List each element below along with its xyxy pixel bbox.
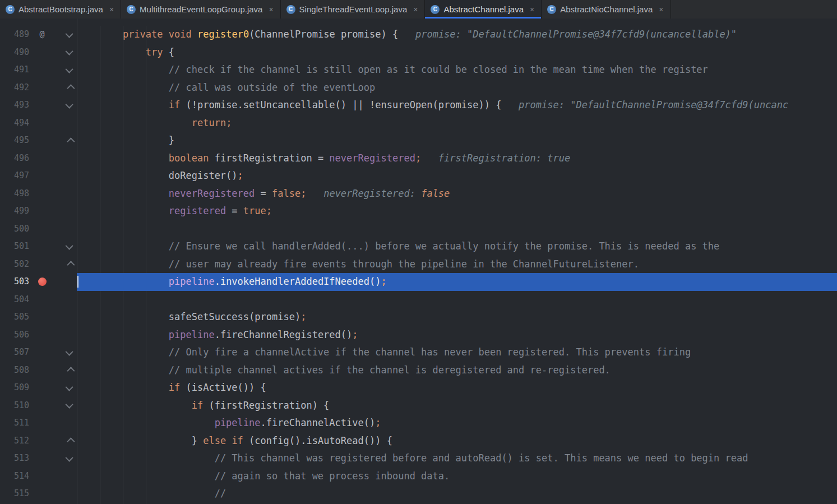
code-text[interactable]: // Only fire a channelActive if the chan… [77, 344, 837, 362]
fold-up-icon[interactable] [67, 85, 75, 93]
code-text[interactable] [77, 220, 837, 238]
breakpoint-icon[interactable] [38, 278, 47, 286]
line-number[interactable]: 501 [0, 238, 29, 256]
line-number[interactable]: 515 [0, 485, 29, 503]
line-number[interactable]: 494 [0, 114, 29, 132]
line-number[interactable]: 491 [0, 61, 29, 79]
gutter: 497 [0, 167, 77, 185]
code-line: 491 // check if the channel is still ope… [0, 61, 837, 79]
code-text[interactable]: pipeline.invokeHandlerAddedIfNeeded(); [77, 273, 837, 291]
fold-down-icon[interactable] [66, 100, 73, 108]
code-text[interactable]: private void register0(ChannelPromise pr… [77, 26, 837, 44]
code-text[interactable]: try { [77, 44, 837, 62]
code-text[interactable]: // check if the channel is still open as… [77, 61, 837, 79]
inline-debug-hint: firstRegistration: true [438, 152, 570, 164]
tab-label: MultithreadEventLoopGroup.java [140, 4, 262, 14]
code-text[interactable]: doRegister(); [77, 167, 837, 185]
tab-close-icon[interactable]: × [659, 5, 663, 14]
line-number[interactable]: 505 [0, 308, 29, 326]
code-text[interactable]: } [77, 132, 837, 150]
line-number[interactable]: 500 [0, 220, 29, 238]
tab-close-icon[interactable]: × [269, 5, 273, 14]
code-line: 515 // [0, 485, 837, 503]
gutter: 489 @ [0, 26, 77, 44]
fold-down-icon[interactable] [66, 401, 73, 409]
code-text[interactable]: // again so that we process inbound data… [77, 468, 837, 485]
java-class-icon: C [431, 5, 440, 14]
fold-down-icon[interactable] [66, 383, 73, 391]
code-text[interactable]: // This channel was registered before an… [77, 450, 837, 468]
code-line: 503 pipeline.invokeHandlerAddedIfNeeded(… [0, 273, 837, 291]
editor-tab[interactable]: C AbstractNioChannel.java × [542, 0, 670, 19]
fold-down-icon[interactable] [66, 48, 73, 56]
code-line: 508 // multiple channel actives if the c… [0, 362, 837, 380]
tab-close-icon[interactable]: × [530, 5, 534, 14]
line-number[interactable]: 495 [0, 132, 29, 150]
code-text[interactable]: // call was outside of the eventLoop [77, 79, 837, 97]
code-line: 495 } [0, 132, 837, 150]
code-text[interactable]: pipeline.fireChannelRegistered(); [77, 326, 837, 344]
fold-slot [67, 85, 73, 90]
gutter: 509 [0, 379, 77, 397]
line-number[interactable]: 497 [0, 167, 29, 185]
line-number[interactable]: 496 [0, 150, 29, 168]
code-text[interactable]: safeSetSuccess(promise); [77, 308, 837, 326]
line-number[interactable]: 508 [0, 362, 29, 380]
fold-down-icon[interactable] [66, 30, 73, 38]
line-number[interactable]: 493 [0, 96, 29, 114]
line-number[interactable]: 511 [0, 414, 29, 432]
line-number[interactable]: 498 [0, 185, 29, 203]
code-line: 498 neverRegistered = false;neverRegiste… [0, 185, 837, 203]
line-number[interactable]: 513 [0, 450, 29, 468]
line-number[interactable]: 504 [0, 291, 29, 309]
line-number[interactable]: 503 [0, 273, 29, 291]
line-number[interactable]: 502 [0, 256, 29, 274]
line-number[interactable]: 512 [0, 432, 29, 450]
editor-tab[interactable]: C AbstractChannel.java × [425, 0, 542, 19]
editor-tab[interactable]: C AbstractBootstrap.java × [0, 0, 121, 19]
line-number[interactable]: 489 [0, 26, 29, 44]
code-text[interactable]: if (isActive()) { [77, 379, 837, 397]
code-text[interactable]: } else if (config().isAutoRead()) { [77, 432, 837, 450]
editor-tab[interactable]: C MultithreadEventLoopGroup.java × [121, 0, 281, 19]
code-text[interactable]: // multiple channel actives if the chann… [77, 362, 837, 380]
line-number[interactable]: 507 [0, 344, 29, 362]
fold-up-icon[interactable] [67, 367, 75, 375]
code-text[interactable]: registered = true; [77, 202, 837, 220]
line-number[interactable]: 509 [0, 379, 29, 397]
code-text[interactable]: // Ensure we call handlerAdded(...) befo… [77, 238, 837, 256]
code-text[interactable]: // [77, 485, 837, 503]
fold-up-icon[interactable] [67, 438, 75, 446]
code-text[interactable]: // user may already fire events through … [77, 256, 837, 274]
fold-down-icon[interactable] [66, 348, 73, 355]
line-number[interactable]: 510 [0, 397, 29, 415]
code-line: 512 } else if (config().isAutoRead()) { [0, 432, 837, 450]
tab-label: AbstractNioChannel.java [560, 4, 653, 14]
line-number[interactable]: 499 [0, 202, 29, 220]
line-number[interactable]: 514 [0, 468, 29, 485]
code-text[interactable]: boolean firstRegistration = neverRegiste… [77, 150, 837, 168]
editor[interactable]: 489 @ private void register0(ChannelProm… [0, 19, 837, 504]
code-line: 493 if (!promise.setUncancellable() || !… [0, 96, 837, 114]
code-text[interactable]: neverRegistered = false;neverRegistered:… [77, 185, 837, 203]
fold-down-icon[interactable] [66, 454, 73, 461]
code-text[interactable]: if (firstRegistration) { [77, 397, 837, 415]
line-number[interactable]: 490 [0, 44, 29, 62]
editor-tab[interactable]: C SingleThreadEventLoop.java × [281, 0, 426, 19]
fold-up-icon[interactable] [67, 137, 75, 145]
code-text[interactable]: pipeline.fireChannelActive(); [77, 414, 837, 432]
line-number[interactable]: 506 [0, 326, 29, 344]
gutter: 511 [0, 414, 77, 432]
code-text[interactable]: if (!promise.setUncancellable() || !ensu… [77, 96, 837, 114]
tab-close-icon[interactable]: × [109, 5, 114, 14]
fold-down-icon[interactable] [66, 242, 73, 249]
code-text[interactable]: return; [77, 114, 837, 132]
line-number[interactable]: 492 [0, 79, 29, 97]
code-text[interactable] [77, 291, 837, 309]
fold-down-icon[interactable] [66, 65, 73, 73]
inline-debug-hint: promise: "DefaultChannelPromise@34f7cfd9… [415, 29, 737, 40]
java-class-icon: C [6, 5, 15, 14]
fold-up-icon[interactable] [67, 261, 75, 269]
code-line: 511 pipeline.fireChannelActive(); [0, 414, 837, 432]
tab-close-icon[interactable]: × [413, 5, 418, 14]
